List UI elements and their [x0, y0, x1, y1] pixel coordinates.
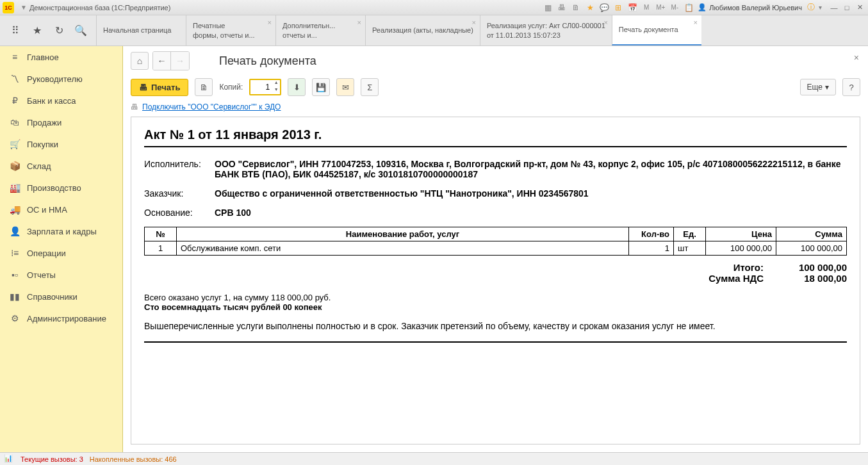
print-icon[interactable]: 🖶 — [557, 3, 567, 13]
sidebar-item-production[interactable]: 🏭Производство — [0, 177, 122, 199]
tab-print-document[interactable]: × Печать документа — [612, 15, 701, 45]
sidebar-item-sales[interactable]: 🛍Продажи — [0, 111, 122, 133]
close-page-icon[interactable]: × — [854, 53, 859, 63]
summary-line: Всего оказано услуг 1, на сумму 118 000,… — [144, 293, 847, 302]
sidebar-label: Отчеты — [27, 270, 56, 280]
calendar-icon[interactable]: 📅 — [627, 3, 637, 13]
summary-words: Сто восемнадцать тысяч рублей 00 копеек — [144, 302, 847, 312]
fax-icon: 🖷 — [131, 102, 138, 111]
tab-close-icon[interactable]: × — [693, 18, 697, 27]
edo-link[interactable]: Подключить "ООО "Сервислог"" к ЭДО — [142, 102, 281, 111]
cart-icon: 🛒 — [9, 138, 20, 150]
customer-label: Заказчик: — [144, 188, 215, 199]
sum-button[interactable]: Σ — [361, 78, 379, 96]
truck-icon: 🚚 — [9, 204, 20, 215]
print-button[interactable]: 🖶 Печать — [131, 79, 188, 96]
document: Акт № 1 от 11 января 2013 г. Исполнитель… — [144, 127, 847, 343]
favorite-icon[interactable]: ★ — [31, 24, 44, 37]
sidebar-label: Руководителю — [27, 74, 83, 84]
sidebar-item-assets[interactable]: 🚚ОС и НМА — [0, 199, 122, 220]
tab-close-icon[interactable]: × — [603, 18, 607, 27]
quick-access: ⠿ ★ ↻ 🔍 — [0, 15, 96, 45]
tab-close-icon[interactable]: × — [357, 18, 361, 27]
back-button[interactable]: ← — [153, 52, 171, 70]
help-button[interactable]: ? — [842, 78, 860, 96]
sidebar-item-purchases[interactable]: 🛒Покупки — [0, 133, 122, 155]
sidebar-item-manager[interactable]: 〽Руководителю — [0, 68, 122, 90]
more-button[interactable]: Еще ▾ — [800, 79, 836, 95]
sidebar-item-reports[interactable]: ▪▫Отчеты — [0, 264, 122, 286]
tab-close-icon[interactable]: × — [471, 18, 475, 27]
tab-label: Печать документа — [619, 25, 695, 34]
tab-sublabel: отчеты и... — [283, 31, 359, 40]
toolbar: 🖶 Печать 🗎 Копий: ▲▼ ⬇ 💾 ✉ Σ Еще ▾ ? — [123, 76, 868, 101]
sidebar-item-main[interactable]: ≡Главное — [0, 46, 122, 68]
executor-label: Исполнитель: — [144, 159, 215, 179]
chevron-down-icon: ▾ — [825, 83, 829, 92]
maximize-button[interactable]: □ — [841, 3, 853, 13]
tab-additional-reports[interactable]: × Дополнительн... отчеты и... — [275, 15, 365, 45]
sidebar-label: Покупки — [27, 140, 58, 149]
sidebar-label: Главное — [27, 53, 59, 62]
factory-icon: 🏭 — [9, 182, 20, 193]
close-button[interactable]: ✕ — [854, 3, 865, 13]
app-logo-icon: 1C — [3, 2, 14, 13]
sidebar-item-warehouse[interactable]: 📦Склад — [0, 155, 122, 177]
document-viewport[interactable]: Акт № 1 от 11 января 2013 г. Исполнитель… — [131, 117, 860, 445]
chat-icon[interactable]: 💬 — [599, 3, 609, 13]
sidebar-label: Администрирование — [27, 314, 106, 323]
calc-icon[interactable]: ⊞ — [613, 3, 623, 13]
services-table: № Наименование работ, услуг Кол-во Ед. Ц… — [144, 227, 847, 256]
edo-row: 🖷 Подключить "ООО "Сервислог"" к ЭДО — [123, 101, 868, 117]
total-value: 100 000,00 — [776, 262, 847, 273]
sidebar-item-admin[interactable]: ⚙Администрирование — [0, 307, 122, 329]
bag-icon: 🛍 — [9, 117, 20, 128]
sidebar-label: Банк и касса — [27, 96, 76, 106]
clipboard-icon[interactable]: 📋 — [684, 3, 694, 13]
sidebar-item-operations[interactable]: ⁞≡Операции — [0, 242, 122, 264]
sidebar-item-catalogs[interactable]: ▮▮Справочники — [0, 286, 122, 307]
sidebar-item-hr[interactable]: 👤Зарплата и кадры — [0, 220, 122, 242]
m-plus-button[interactable]: M+ — [655, 3, 666, 13]
sidebar-label: Склад — [27, 161, 51, 171]
save-button[interactable]: 💾 — [312, 78, 330, 96]
info-icon[interactable]: ⓘ — [806, 3, 816, 13]
col-num: № — [145, 227, 177, 241]
tab-start-page[interactable]: Начальная страница — [96, 15, 186, 45]
grid-icon[interactable]: ▦ — [543, 3, 553, 13]
tab-bar: ⠿ ★ ↻ 🔍 Начальная страница × Печатные фо… — [0, 15, 868, 46]
more-label: Еще — [807, 83, 823, 92]
current-calls: Текущие вызовы: 3 — [20, 455, 83, 463]
col-qty: Кол-во — [629, 227, 674, 241]
tab-realization[interactable]: × Реализация (акты, накладные) — [365, 15, 480, 45]
info-dropdown-icon[interactable]: ▾ — [819, 4, 822, 11]
star-icon[interactable]: ★ — [585, 3, 595, 13]
apps-icon[interactable]: ⠿ — [9, 24, 22, 37]
user-name: Любимов Валерий Юрьевич — [709, 4, 802, 12]
sidebar-label: Продажи — [27, 118, 61, 127]
statusbar: 📊 Текущие вызовы: 3 Накопленные вызовы: … — [0, 452, 868, 465]
tab-realization-act[interactable]: × Реализация услуг: Акт СЛ00-000001 от 1… — [480, 15, 612, 45]
user-indicator[interactable]: 👤 Любимов Валерий Юрьевич — [694, 3, 806, 12]
search-icon[interactable]: 🔍 — [74, 24, 87, 37]
sidebar-label: ОС и НМА — [27, 205, 67, 215]
content-header: ⌂ ← → Печать документа — [123, 46, 868, 76]
tab-close-icon[interactable]: × — [268, 18, 272, 27]
person-icon: 👤 — [9, 225, 20, 237]
dropdown-icon[interactable]: ▼ — [20, 4, 27, 11]
vat-label: Сумма НДС — [687, 273, 764, 284]
export-button[interactable]: ⬇ — [288, 78, 306, 96]
tab-print-forms[interactable]: × Печатные формы, отчеты и... — [186, 15, 275, 45]
copies-spinner[interactable]: ▲▼ — [272, 80, 280, 94]
sidebar-item-bank[interactable]: ₽Банк и касса — [0, 90, 122, 111]
m-button[interactable]: M — [641, 3, 651, 13]
forward-button[interactable]: → — [171, 52, 189, 70]
minimize-button[interactable]: — — [828, 3, 840, 13]
preview-button[interactable]: 🗎 — [195, 78, 213, 96]
home-button[interactable]: ⌂ — [131, 52, 149, 70]
doc-icon[interactable]: 🗎 — [571, 3, 581, 13]
email-button[interactable]: ✉ — [336, 78, 354, 96]
history-icon[interactable]: ↻ — [53, 24, 65, 37]
m-minus-button[interactable]: M- — [669, 3, 680, 13]
page-title: Печать документа — [219, 54, 316, 68]
